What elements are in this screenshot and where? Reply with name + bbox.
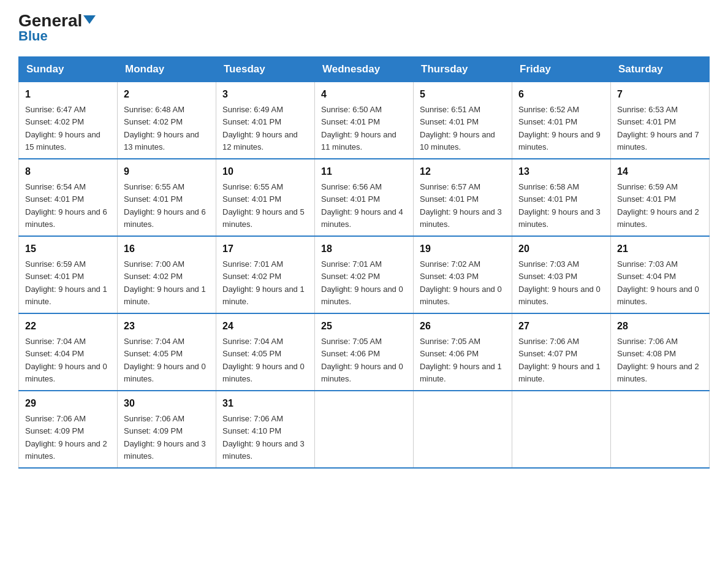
day-info: Sunrise: 6:47 AMSunset: 4:02 PMDaylight:… [25,105,100,151]
calendar-cell: 23 Sunrise: 7:04 AMSunset: 4:05 PMDaylig… [118,313,216,391]
day-number: 15 [25,242,111,256]
day-info: Sunrise: 7:05 AMSunset: 4:06 PMDaylight:… [321,337,403,383]
calendar-cell: 28 Sunrise: 7:06 AMSunset: 4:08 PMDaylig… [611,313,710,391]
calendar-week-2: 8 Sunrise: 6:54 AMSunset: 4:01 PMDayligh… [19,159,710,236]
day-number: 31 [222,396,308,411]
calendar-cell: 21 Sunrise: 7:03 AMSunset: 4:04 PMDaylig… [611,236,710,313]
calendar-cell [315,391,414,468]
day-number: 7 [617,87,703,102]
calendar-cell: 25 Sunrise: 7:05 AMSunset: 4:06 PMDaylig… [315,313,414,391]
logo: General Blue [18,12,96,44]
day-info: Sunrise: 6:59 AMSunset: 4:01 PMDaylight:… [617,182,699,229]
logo-general: General [18,12,96,29]
header-friday: Friday [512,57,611,82]
day-number: 22 [25,319,111,334]
day-info: Sunrise: 7:04 AMSunset: 4:05 PMDaylight:… [222,337,305,383]
day-info: Sunrise: 6:55 AMSunset: 4:01 PMDaylight:… [124,182,206,229]
day-number: 4 [321,87,407,102]
calendar-cell [414,391,512,468]
calendar-cell: 11 Sunrise: 6:56 AMSunset: 4:01 PMDaylig… [315,159,414,236]
calendar-cell: 15 Sunrise: 6:59 AMSunset: 4:01 PMDaylig… [19,236,118,313]
day-number: 25 [321,319,407,334]
calendar-header-row: SundayMondayTuesdayWednesdayThursdayFrid… [19,57,710,82]
day-info: Sunrise: 6:49 AMSunset: 4:01 PMDaylight:… [222,105,298,151]
day-info: Sunrise: 7:06 AMSunset: 4:07 PMDaylight:… [518,337,601,383]
day-number: 20 [518,242,604,256]
calendar-cell: 16 Sunrise: 7:00 AMSunset: 4:02 PMDaylig… [118,236,216,313]
calendar-cell: 26 Sunrise: 7:05 AMSunset: 4:06 PMDaylig… [414,313,512,391]
day-number: 3 [222,87,308,102]
header-saturday: Saturday [611,57,710,82]
day-number: 26 [420,319,506,334]
day-number: 23 [124,319,210,334]
calendar-cell: 4 Sunrise: 6:50 AMSunset: 4:01 PMDayligh… [315,82,414,159]
day-number: 2 [124,87,210,102]
header-sunday: Sunday [19,57,118,82]
calendar-week-3: 15 Sunrise: 6:59 AMSunset: 4:01 PMDaylig… [19,236,710,313]
day-number: 8 [25,164,111,179]
page-header: General Blue [18,12,710,44]
calendar-cell: 12 Sunrise: 6:57 AMSunset: 4:01 PMDaylig… [414,159,512,236]
day-info: Sunrise: 6:55 AMSunset: 4:01 PMDaylight:… [222,182,305,229]
logo-blue: Blue [18,28,48,44]
day-number: 12 [420,164,506,179]
day-info: Sunrise: 7:04 AMSunset: 4:04 PMDaylight:… [25,337,107,383]
calendar-cell: 2 Sunrise: 6:48 AMSunset: 4:02 PMDayligh… [118,82,216,159]
calendar-cell: 18 Sunrise: 7:01 AMSunset: 4:02 PMDaylig… [315,236,414,313]
calendar-cell: 31 Sunrise: 7:06 AMSunset: 4:10 PMDaylig… [216,391,315,468]
calendar-cell: 22 Sunrise: 7:04 AMSunset: 4:04 PMDaylig… [19,313,118,391]
logo-triangle-icon [83,15,96,24]
calendar-cell: 27 Sunrise: 7:06 AMSunset: 4:07 PMDaylig… [512,313,611,391]
day-number: 11 [321,164,407,179]
day-info: Sunrise: 7:00 AMSunset: 4:02 PMDaylight:… [124,259,206,306]
day-info: Sunrise: 7:06 AMSunset: 4:10 PMDaylight:… [222,414,305,461]
day-number: 27 [518,319,604,334]
day-info: Sunrise: 6:59 AMSunset: 4:01 PMDaylight:… [25,259,107,306]
day-info: Sunrise: 6:54 AMSunset: 4:01 PMDaylight:… [25,182,107,229]
day-info: Sunrise: 6:53 AMSunset: 4:01 PMDaylight:… [617,105,699,151]
calendar-cell: 10 Sunrise: 6:55 AMSunset: 4:01 PMDaylig… [216,159,315,236]
day-info: Sunrise: 7:01 AMSunset: 4:02 PMDaylight:… [321,259,403,306]
calendar-cell: 5 Sunrise: 6:51 AMSunset: 4:01 PMDayligh… [414,82,512,159]
calendar-cell: 1 Sunrise: 6:47 AMSunset: 4:02 PMDayligh… [19,82,118,159]
day-info: Sunrise: 7:03 AMSunset: 4:03 PMDaylight:… [518,259,601,306]
calendar-cell: 9 Sunrise: 6:55 AMSunset: 4:01 PMDayligh… [118,159,216,236]
calendar-cell: 3 Sunrise: 6:49 AMSunset: 4:01 PMDayligh… [216,82,315,159]
day-number: 29 [25,396,111,411]
calendar-cell: 30 Sunrise: 7:06 AMSunset: 4:09 PMDaylig… [118,391,216,468]
day-number: 13 [518,164,604,179]
day-number: 5 [420,87,506,102]
day-number: 10 [222,164,308,179]
day-number: 16 [124,242,210,256]
day-info: Sunrise: 7:05 AMSunset: 4:06 PMDaylight:… [420,337,502,383]
day-number: 1 [25,87,111,102]
day-number: 21 [617,242,703,256]
day-info: Sunrise: 7:01 AMSunset: 4:02 PMDaylight:… [222,259,305,306]
header-tuesday: Tuesday [216,57,315,82]
calendar-week-4: 22 Sunrise: 7:04 AMSunset: 4:04 PMDaylig… [19,313,710,391]
calendar-cell: 6 Sunrise: 6:52 AMSunset: 4:01 PMDayligh… [512,82,611,159]
calendar-cell [611,391,710,468]
calendar-cell: 20 Sunrise: 7:03 AMSunset: 4:03 PMDaylig… [512,236,611,313]
calendar-week-5: 29 Sunrise: 7:06 AMSunset: 4:09 PMDaylig… [19,391,710,468]
day-info: Sunrise: 7:04 AMSunset: 4:05 PMDaylight:… [124,337,206,383]
day-number: 19 [420,242,506,256]
day-number: 18 [321,242,407,256]
calendar-cell: 19 Sunrise: 7:02 AMSunset: 4:03 PMDaylig… [414,236,512,313]
day-number: 6 [518,87,604,102]
day-info: Sunrise: 6:58 AMSunset: 4:01 PMDaylight:… [518,182,601,229]
calendar-cell [512,391,611,468]
day-info: Sunrise: 7:06 AMSunset: 4:09 PMDaylight:… [124,414,206,461]
day-info: Sunrise: 7:06 AMSunset: 4:09 PMDaylight:… [25,414,107,461]
calendar-cell: 13 Sunrise: 6:58 AMSunset: 4:01 PMDaylig… [512,159,611,236]
day-info: Sunrise: 6:51 AMSunset: 4:01 PMDaylight:… [420,105,495,151]
day-number: 17 [222,242,308,256]
day-number: 9 [124,164,210,179]
day-info: Sunrise: 6:50 AMSunset: 4:01 PMDaylight:… [321,105,396,151]
header-monday: Monday [118,57,216,82]
day-info: Sunrise: 7:03 AMSunset: 4:04 PMDaylight:… [617,259,699,306]
day-number: 30 [124,396,210,411]
day-info: Sunrise: 6:52 AMSunset: 4:01 PMDaylight:… [518,105,601,151]
day-number: 14 [617,164,703,179]
calendar-cell: 14 Sunrise: 6:59 AMSunset: 4:01 PMDaylig… [611,159,710,236]
